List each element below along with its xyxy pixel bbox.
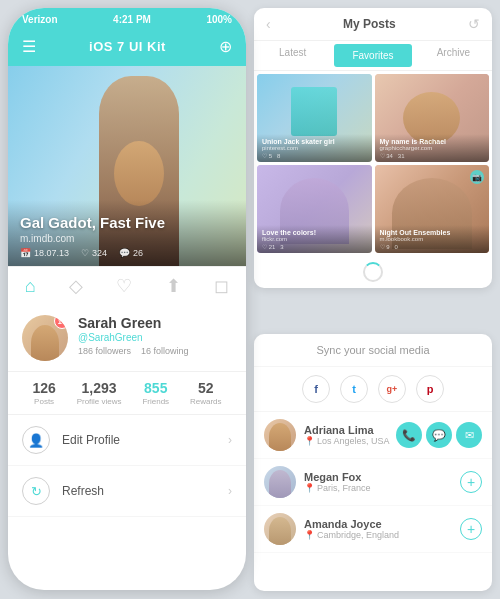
posts-grid: Union Jack skater girl pinterest.com ♡ 5… — [254, 71, 492, 256]
posts-back-icon[interactable]: ‹ — [266, 16, 271, 32]
phone-action-btn[interactable]: 📞 — [396, 422, 422, 448]
tab-latest[interactable]: Latest — [254, 41, 331, 70]
post-stats-4: ♡ 9 0 — [380, 243, 485, 250]
post-item-1[interactable]: Union Jack skater girl pinterest.com ♡ 5… — [257, 74, 372, 162]
stat-profile-views: 1,293 Profile views — [77, 380, 122, 406]
post-stats-3: ♡ 21 3 — [262, 243, 367, 250]
post-overlay-3: Love the colors! flickr.com ♡ 21 3 — [257, 225, 372, 253]
add-contact-btn-megan[interactable]: + — [460, 471, 482, 493]
posts-refresh-icon[interactable]: ↺ — [468, 16, 480, 32]
profile-handle: @SarahGreen — [78, 332, 232, 343]
phone-header: ☰ iOS 7 UI Kit ⊕ — [8, 31, 246, 66]
loading-spinner — [363, 262, 383, 282]
views-label: Profile views — [77, 397, 122, 406]
rewards-label: Rewards — [190, 397, 222, 406]
post-caption-1: Union Jack skater girl — [262, 138, 367, 145]
contact-loc-adriana: 📍 Los Angeles, USA — [304, 436, 396, 446]
nav-heart-icon[interactable]: ♡ — [116, 275, 132, 297]
social-panel: Sync your social media f t g+ p Adriana … — [254, 334, 492, 591]
pinterest-icon-btn[interactable]: p — [416, 375, 444, 403]
contact-actions-amanda: + — [460, 518, 482, 540]
notification-badge: 10 — [54, 315, 68, 329]
contact-actions-megan: + — [460, 471, 482, 493]
social-header: Sync your social media — [254, 334, 492, 367]
app-title: iOS 7 UI Kit — [89, 39, 166, 54]
contact-adriana[interactable]: Adriana Lima 📍 Los Angeles, USA 📞 💬 ✉ — [254, 412, 492, 459]
refresh-label: Refresh — [62, 484, 228, 498]
contact-amanda[interactable]: Amanda Joyce 📍 Cambridge, England + — [254, 506, 492, 553]
twitter-icon-btn[interactable]: t — [340, 375, 368, 403]
refresh-icon: ↻ — [22, 477, 50, 505]
contact-info-megan: Megan Fox 📍 Paris, France — [304, 471, 460, 493]
post-source-1: pinterest.com — [262, 145, 367, 151]
stat-posts: 126 Posts — [32, 380, 55, 406]
nav-tag-icon[interactable]: ◇ — [69, 275, 83, 297]
contact-loc-amanda: 📍 Cambridge, England — [304, 530, 460, 540]
edit-profile-menu-item[interactable]: 👤 Edit Profile › — [8, 415, 246, 466]
refresh-menu-item[interactable]: ↻ Refresh › — [8, 466, 246, 517]
arrow-right-icon-2: › — [228, 484, 232, 498]
post-source-4: m.lookbook.com — [380, 236, 485, 242]
contact-info-amanda: Amanda Joyce 📍 Cambridge, England — [304, 518, 460, 540]
contact-megan[interactable]: Megan Fox 📍 Paris, France + — [254, 459, 492, 506]
hero-meta: 📅 18.07.13 ♡ 324 💬 26 — [20, 248, 234, 258]
post-item-4[interactable]: 📷 Night Out Ensembles m.lookbook.com ♡ 9… — [375, 165, 490, 253]
tab-archive[interactable]: Archive — [415, 41, 492, 70]
post-stats-2: ♡ 34 31 — [380, 152, 485, 159]
heart-icon: ♡ — [81, 248, 89, 258]
posts-loader — [254, 256, 492, 288]
post-overlay-4: Night Out Ensembles m.lookbook.com ♡ 9 0 — [375, 225, 490, 253]
add-icon[interactable]: ⊕ — [219, 37, 232, 56]
message-action-btn[interactable]: 💬 — [426, 422, 452, 448]
edit-profile-icon: 👤 — [22, 426, 50, 454]
nav-share-icon[interactable]: ⬆ — [166, 275, 181, 297]
social-icons-row: f t g+ p — [254, 367, 492, 412]
posts-label: Posts — [32, 397, 55, 406]
contact-name-megan: Megan Fox — [304, 471, 460, 483]
location-icon-3: 📍 — [304, 530, 315, 540]
tab-favorites[interactable]: Favorites — [334, 44, 411, 67]
pinterest-icon: p — [427, 383, 434, 395]
facebook-icon: f — [314, 383, 318, 395]
post-caption-4: Night Out Ensembles — [380, 229, 485, 236]
contact-info-adriana: Adriana Lima 📍 Los Angeles, USA — [304, 424, 396, 446]
contact-avatar-adriana — [264, 419, 296, 451]
menu-icon[interactable]: ☰ — [22, 37, 36, 56]
friends-count: 855 — [142, 380, 169, 396]
contact-loc-megan: 📍 Paris, France — [304, 483, 460, 493]
time-label: 4:21 PM — [113, 14, 151, 25]
post-item-2[interactable]: My name is Rachael graphiccharger.com ♡ … — [375, 74, 490, 162]
arrow-right-icon: › — [228, 433, 232, 447]
hero-date: 📅 18.07.13 — [20, 248, 69, 258]
contact-avatar-megan — [264, 466, 296, 498]
nav-chat-icon[interactable]: ◻ — [214, 275, 229, 297]
friends-label: Friends — [142, 397, 169, 406]
hero-name: Gal Gadot, Fast Five — [20, 214, 234, 231]
stat-friends: 855 Friends — [142, 380, 169, 406]
edit-profile-label: Edit Profile — [62, 433, 228, 447]
facebook-icon-btn[interactable]: f — [302, 375, 330, 403]
post-overlay-2: My name is Rachael graphiccharger.com ♡ … — [375, 134, 490, 162]
profile-name: Sarah Green — [78, 315, 232, 331]
carrier-label: Verizon — [22, 14, 58, 25]
post-source-3: flickr.com — [262, 236, 367, 242]
add-contact-btn-amanda[interactable]: + — [460, 518, 482, 540]
avatar: 10 — [22, 315, 68, 361]
post-item-3[interactable]: Love the colors! flickr.com ♡ 21 3 — [257, 165, 372, 253]
hero-url: m.imdb.com — [20, 233, 234, 244]
views-count: 1,293 — [77, 380, 122, 396]
google-icon-btn[interactable]: g+ — [378, 375, 406, 403]
google-icon: g+ — [387, 384, 398, 394]
profile-follow-info: 186 followers 16 following — [78, 346, 232, 356]
posts-count: 126 — [32, 380, 55, 396]
profile-section: 10 Sarah Green @SarahGreen 186 followers… — [8, 305, 246, 372]
post-caption-2: My name is Rachael — [380, 138, 485, 145]
nav-home-icon[interactable]: ⌂ — [25, 276, 36, 297]
followers-label: 186 followers — [78, 346, 131, 356]
post-stats-1: ♡ 5 8 — [262, 152, 367, 159]
following-label: 16 following — [141, 346, 189, 356]
hero-image: Gal Gadot, Fast Five m.imdb.com 📅 18.07.… — [8, 66, 246, 266]
email-action-btn[interactable]: ✉ — [456, 422, 482, 448]
hero-overlay: Gal Gadot, Fast Five m.imdb.com 📅 18.07.… — [8, 200, 246, 266]
contact-name-adriana: Adriana Lima — [304, 424, 396, 436]
